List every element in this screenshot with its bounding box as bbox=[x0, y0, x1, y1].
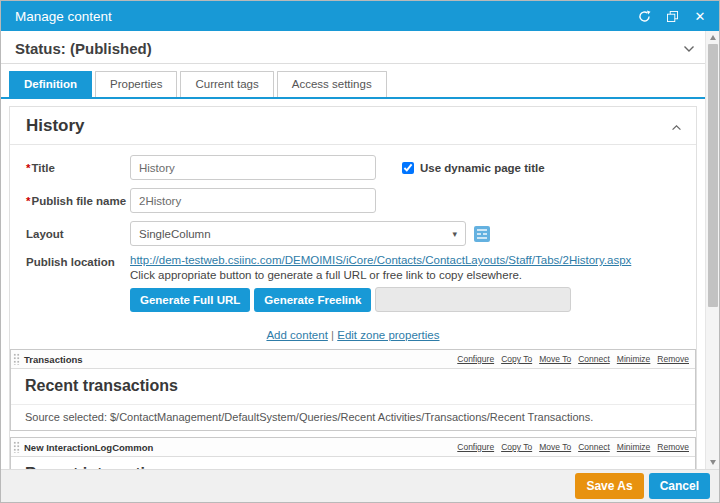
zone-source-text: Source selected: $/ContactManagement/Def… bbox=[11, 405, 695, 430]
dialog-footer: Save As Cancel bbox=[1, 469, 719, 502]
status-label: Status: (Published) bbox=[15, 40, 152, 57]
copy-to-link[interactable]: Copy To bbox=[501, 354, 532, 364]
content-zone-interactions: New InteractionLogCommon Configure Copy … bbox=[10, 437, 696, 469]
remove-link[interactable]: Remove bbox=[657, 442, 689, 452]
zone-name: Transactions bbox=[24, 354, 83, 365]
scroll-down-icon[interactable] bbox=[706, 456, 719, 469]
chevron-down-icon bbox=[683, 39, 695, 57]
save-as-button[interactable]: Save As bbox=[575, 473, 643, 499]
publish-location-content: http://dem-testweb.csiinc.com/DEMOIMIS/i… bbox=[130, 254, 631, 312]
publish-location-row: Publish location http://dem-testweb.csii… bbox=[26, 254, 680, 312]
chevron-up-icon bbox=[671, 117, 682, 135]
titlebar-icons: ✕ bbox=[637, 9, 707, 23]
tab-definition[interactable]: Definition bbox=[9, 71, 92, 97]
zone-link-bar: Configure Copy To Move To Connect Minimi… bbox=[457, 442, 689, 452]
zone-actions-separator: | bbox=[328, 329, 337, 341]
zone-heading: Recent interactions bbox=[25, 465, 681, 469]
window-title: Manage content bbox=[15, 9, 112, 24]
zone-heading: Recent transactions bbox=[25, 377, 681, 395]
refresh-icon[interactable] bbox=[637, 9, 651, 23]
zone-header: Transactions Configure Copy To Move To C… bbox=[11, 350, 695, 369]
section-title: History bbox=[26, 116, 85, 136]
dynamic-title-option: Use dynamic page title bbox=[402, 162, 545, 174]
layout-label: Layout bbox=[26, 228, 130, 240]
generate-full-url-button[interactable]: Generate Full URL bbox=[130, 288, 250, 312]
edit-zone-properties-link[interactable]: Edit zone properties bbox=[337, 329, 439, 341]
scroll-up-icon[interactable] bbox=[706, 31, 719, 44]
zone-actions: Add content | Edit zone properties bbox=[10, 322, 696, 349]
definition-form: *Title Use dynamic page title *Publish f… bbox=[10, 145, 696, 322]
required-marker: * bbox=[26, 195, 30, 207]
copy-to-link[interactable]: Copy To bbox=[501, 442, 532, 452]
publish-file-name-input[interactable] bbox=[130, 188, 376, 213]
configure-link[interactable]: Configure bbox=[457, 354, 494, 364]
tab-strip: Definition Properties Current tags Acces… bbox=[1, 64, 705, 97]
zone-header: New InteractionLogCommon Configure Copy … bbox=[11, 438, 695, 457]
status-header[interactable]: Status: (Published) bbox=[1, 31, 705, 64]
drag-handle-icon[interactable] bbox=[13, 441, 20, 453]
tab-underline bbox=[1, 97, 705, 99]
generate-buttons-row: Generate Full URL Generate Freelink bbox=[130, 287, 631, 312]
layout-select[interactable]: SingleColumn ▾ bbox=[130, 221, 466, 246]
title-row: *Title Use dynamic page title bbox=[26, 155, 680, 180]
connect-link[interactable]: Connect bbox=[578, 354, 610, 364]
minimize-link[interactable]: Minimize bbox=[617, 442, 651, 452]
vertical-scrollbar[interactable] bbox=[705, 31, 719, 469]
dialog-content: Status: (Published) Definition Propertie… bbox=[1, 31, 719, 469]
close-icon[interactable]: ✕ bbox=[693, 9, 707, 23]
definition-panel: History *Title Use dynamic page title *P… bbox=[9, 106, 697, 469]
publish-file-name-label: *Publish file name bbox=[26, 195, 130, 207]
publish-file-name-row: *Publish file name bbox=[26, 188, 680, 213]
layout-selected-value: SingleColumn bbox=[139, 228, 211, 240]
scrollbar-thumb[interactable] bbox=[708, 44, 718, 307]
publish-location-link[interactable]: http://dem-testweb.csiinc.com/DEMOIMIS/i… bbox=[130, 254, 631, 266]
add-content-link[interactable]: Add content bbox=[266, 329, 327, 341]
freelink-output-input bbox=[375, 287, 571, 312]
move-to-link[interactable]: Move To bbox=[539, 354, 571, 364]
use-dynamic-page-title-checkbox[interactable] bbox=[402, 162, 414, 174]
layout-picker-icon[interactable] bbox=[474, 226, 490, 242]
connect-link[interactable]: Connect bbox=[578, 442, 610, 452]
zone-body: Recent interactions bbox=[11, 457, 695, 469]
zone-body: Recent transactions bbox=[11, 369, 695, 405]
title-input[interactable] bbox=[130, 155, 376, 180]
title-bar: Manage content ✕ bbox=[1, 1, 719, 31]
publish-location-label: Publish location bbox=[26, 254, 130, 268]
generate-freelink-button[interactable]: Generate Freelink bbox=[254, 288, 371, 312]
restore-window-icon[interactable] bbox=[665, 9, 679, 23]
zone-name: New InteractionLogCommon bbox=[24, 442, 153, 453]
tab-access-settings[interactable]: Access settings bbox=[277, 71, 387, 97]
minimize-link[interactable]: Minimize bbox=[617, 354, 651, 364]
required-marker: * bbox=[26, 162, 30, 174]
content-zone-transactions: Transactions Configure Copy To Move To C… bbox=[10, 349, 696, 431]
history-section-header[interactable]: History bbox=[10, 107, 696, 145]
configure-link[interactable]: Configure bbox=[457, 442, 494, 452]
zone-link-bar: Configure Copy To Move To Connect Minimi… bbox=[457, 354, 689, 364]
publish-location-hint: Click appropriate button to generate a f… bbox=[130, 269, 631, 281]
dynamic-title-label: Use dynamic page title bbox=[420, 162, 545, 174]
title-label: *Title bbox=[26, 162, 130, 174]
select-dropdown-arrow-icon: ▾ bbox=[452, 229, 457, 239]
remove-link[interactable]: Remove bbox=[657, 354, 689, 364]
tab-properties[interactable]: Properties bbox=[95, 71, 177, 97]
tab-current-tags[interactable]: Current tags bbox=[180, 71, 273, 97]
layout-row: Layout SingleColumn ▾ bbox=[26, 221, 680, 246]
manage-content-dialog: Manage content ✕ Status: (Published) Def… bbox=[0, 0, 720, 503]
move-to-link[interactable]: Move To bbox=[539, 442, 571, 452]
drag-handle-icon[interactable] bbox=[13, 353, 20, 365]
cancel-button[interactable]: Cancel bbox=[649, 473, 710, 499]
